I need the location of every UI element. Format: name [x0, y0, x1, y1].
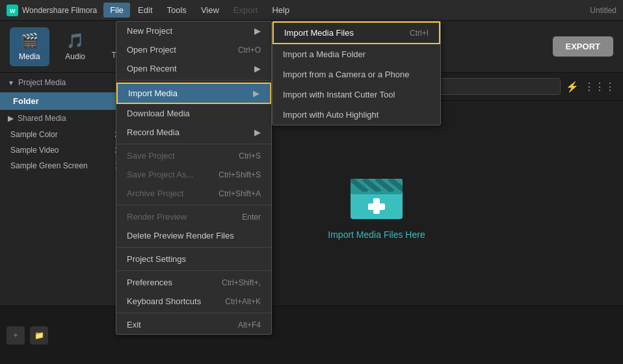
timeline: + 📁: [0, 306, 623, 364]
sample-video-label: Sample Video: [10, 146, 59, 155]
menu-export[interactable]: Export: [227, 3, 265, 18]
audio-label: Audio: [65, 52, 85, 61]
menu-delete-preview[interactable]: Delete Preview Render Files: [116, 226, 271, 245]
save-project-as-label: Save Project As...: [127, 170, 194, 179]
import-media-folder[interactable]: Import a Media Folder: [272, 44, 440, 64]
menu-open-project[interactable]: Open Project Ctrl+O: [116, 40, 271, 59]
import-media-folder-label: Import a Media Folder: [283, 49, 365, 59]
menu-help[interactable]: Help: [265, 3, 296, 18]
import-media-label: Import Media: [128, 88, 178, 98]
menu-project-settings[interactable]: Project Settings: [116, 250, 271, 268]
svg-text:W: W: [10, 8, 16, 14]
logo-icon: W: [7, 5, 18, 16]
import-media-files-shortcut: Ctrl+I: [410, 29, 429, 38]
open-recent-label: Open Recent: [127, 64, 177, 73]
import-media-files-label: Import Media Files: [284, 28, 354, 38]
download-media-label: Download Media: [127, 109, 190, 118]
record-media-label: Record Media: [127, 127, 179, 137]
import-instant-cutter[interactable]: Import with Instant Cutter Tool: [272, 84, 440, 105]
shared-media-label: Shared Media: [18, 114, 66, 123]
archive-project-label: Archive Project: [127, 188, 183, 198]
folder-item[interactable]: Folder: [0, 92, 129, 110]
exit-shortcut: Alt+F4: [238, 320, 261, 330]
save-project-shortcut: Ctrl+S: [239, 151, 261, 161]
svg-rect-13: [368, 203, 385, 210]
sample-color-label: Sample Color: [10, 130, 58, 139]
sample-green-label: Sample Green Screen: [10, 161, 88, 170]
import-auto-highlight[interactable]: Import with Auto Highlight: [272, 105, 440, 125]
sep-1: [116, 80, 271, 81]
new-project-arrow: ▶: [254, 26, 261, 36]
exit-label: Exit: [127, 320, 141, 330]
import-label: Import Media Files Here: [328, 229, 425, 240]
app-name: Wondershare Filmora: [22, 6, 97, 15]
save-project-as-shortcut: Ctrl+Shift+S: [219, 170, 261, 179]
open-recent-arrow: ▶: [254, 64, 261, 73]
menu-tools[interactable]: Tools: [161, 3, 193, 18]
menu-download-media[interactable]: Download Media: [116, 104, 271, 123]
media-label: Media: [19, 52, 40, 61]
menu-save-project-as[interactable]: Save Project As... Ctrl+Shift+S: [116, 165, 271, 184]
project-media-header[interactable]: ▼ Project Media: [0, 73, 129, 92]
import-auto-highlight-label: Import with Auto Highlight: [283, 110, 378, 120]
project-media-label: Project Media: [18, 78, 66, 87]
import-media-arrow: ▶: [253, 88, 259, 98]
media-panel: ▼ Project Media Folder ▶ Shared Media Sa…: [0, 73, 130, 306]
media-icon: 🎬: [21, 32, 38, 49]
import-from-camera-label: Import from a Camera or a Phone: [283, 70, 409, 79]
menu-keyboard-shortcuts[interactable]: Keyboard Shortcuts Ctrl+Alt+K: [116, 292, 271, 311]
grid-icon[interactable]: ⋮⋮⋮: [584, 81, 615, 93]
project-settings-label: Project Settings: [127, 254, 186, 264]
clapperboard-icon: [347, 167, 406, 219]
toolbar-audio[interactable]: 🎵 Audio: [56, 27, 95, 66]
sep-2: [116, 144, 271, 144]
title-bar: W Wondershare Filmora File Edit Tools Vi…: [0, 0, 623, 21]
menu-import-media[interactable]: Import Media ▶: [116, 83, 271, 104]
menu-open-recent[interactable]: Open Recent ▶: [116, 59, 271, 78]
import-submenu: Import Media Files Ctrl+I Import a Media…: [272, 21, 441, 125]
menu-new-project[interactable]: New Project ▶: [116, 21, 271, 40]
render-preview-label: Render Preview: [127, 212, 187, 222]
menu-render-preview[interactable]: Render Preview Enter: [116, 207, 271, 226]
open-project-shortcut: Ctrl+O: [238, 46, 261, 55]
import-media-files[interactable]: Import Media Files Ctrl+I: [272, 21, 440, 44]
audio-icon: 🎵: [66, 32, 84, 49]
import-from-camera[interactable]: Import from a Camera or a Phone: [272, 64, 440, 84]
sep-5: [116, 270, 271, 271]
menu-file[interactable]: File: [103, 3, 130, 18]
new-project-label: New Project: [127, 26, 172, 36]
shared-media-arrow: ▶: [8, 114, 14, 123]
archive-project-shortcut: Ctrl+Shift+A: [219, 189, 261, 198]
open-project-label: Open Project: [127, 45, 176, 55]
import-instant-cutter-label: Import with Instant Cutter Tool: [283, 90, 395, 99]
menu-archive-project[interactable]: Archive Project Ctrl+Shift+A: [116, 184, 271, 203]
menu-exit[interactable]: Exit Alt+F4: [116, 315, 271, 334]
preferences-shortcut: Ctrl+Shift+,: [222, 278, 261, 287]
file-menu-dropdown: New Project ▶ Open Project Ctrl+O Open R…: [116, 21, 272, 335]
preferences-label: Preferences: [127, 278, 172, 287]
sample-green-screen-item[interactable]: Sample Green Screen 1: [0, 158, 129, 174]
timeline-folder-btn[interactable]: 📁: [30, 326, 48, 344]
menu-edit[interactable]: Edit: [131, 3, 159, 18]
app-logo: W Wondershare Filmora: [7, 5, 97, 16]
delete-preview-label: Delete Preview Render Files: [127, 231, 234, 240]
record-media-arrow: ▶: [254, 127, 261, 137]
keyboard-shortcuts-label: Keyboard Shortcuts: [127, 296, 201, 306]
sep-4: [116, 247, 271, 248]
sep-6: [116, 313, 271, 313]
sep-3: [116, 205, 271, 205]
shared-media-section[interactable]: ▶ Shared Media: [0, 110, 129, 127]
sample-video-item[interactable]: Sample Video 2: [0, 142, 129, 158]
menu-view[interactable]: View: [194, 3, 226, 18]
collapse-arrow: ▼: [8, 79, 14, 86]
menu-record-media[interactable]: Record Media ▶: [116, 123, 271, 142]
menu-preferences[interactable]: Preferences Ctrl+Shift+,: [116, 273, 271, 292]
filter-icon[interactable]: ⚡: [566, 81, 579, 93]
sample-color-item[interactable]: Sample Color 2: [0, 127, 129, 142]
toolbar-media[interactable]: 🎬 Media: [10, 27, 49, 66]
timeline-add-btn[interactable]: +: [7, 326, 25, 344]
app-title: Untitled: [590, 6, 616, 15]
export-button[interactable]: EXPORT: [553, 36, 613, 57]
keyboard-shortcuts-shortcut: Ctrl+Alt+K: [225, 297, 261, 306]
menu-save-project[interactable]: Save Project Ctrl+S: [116, 146, 271, 165]
